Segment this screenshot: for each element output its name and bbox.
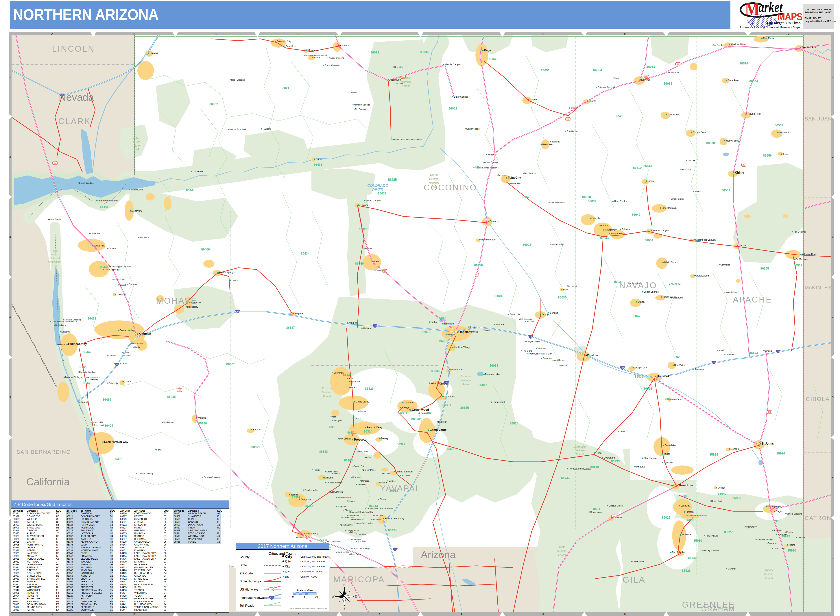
svg-text:National: National [322, 390, 332, 394]
svg-text:Castle Hot Springs: Castle Hot Springs [352, 547, 370, 550]
svg-text:Lake Havasu City: Lake Havasu City [104, 440, 128, 443]
svg-text:85927: 85927 [724, 531, 733, 534]
svg-text:Groom Creek: Groom Creek [356, 450, 369, 453]
svg-text:85926: 85926 [682, 569, 690, 572]
svg-text:White Cone: White Cone [664, 261, 677, 264]
svg-text:Oatman: Oatman [109, 355, 116, 357]
svg-text:Lapham: Lapham [350, 511, 358, 513]
svg-text:Maverick: Maverick [728, 568, 736, 570]
svg-text:Fredonia: Fredonia [339, 44, 349, 47]
svg-text:85324: 85324 [388, 529, 397, 532]
svg-text:93: 93 [178, 389, 181, 391]
svg-text:86321: 86321 [251, 446, 260, 449]
svg-text:Rock Point: Rock Point [728, 79, 739, 82]
svg-text:Adamana: Adamana [695, 368, 704, 370]
svg-text:Pinedale: Pinedale [636, 465, 645, 468]
svg-text:Hotevilla: Hotevilla [591, 217, 601, 220]
svg-text:City: City [285, 565, 290, 568]
svg-text:Teec Nos Pos: Teec Nos Pos [802, 46, 817, 49]
svg-text:Bradshaw City: Bradshaw City [360, 511, 373, 513]
svg-text:85360: 85360 [198, 422, 207, 425]
svg-text:Tusayan: Tusayan [360, 204, 369, 206]
svg-text:City: City [285, 554, 292, 559]
svg-text:85390: 85390 [319, 538, 327, 542]
svg-text:RIVER: RIVER [372, 188, 383, 192]
svg-text:86409: 86409 [201, 248, 210, 251]
svg-text:Forest: Forest [323, 395, 331, 398]
svg-text:Cities 5,000 - 24,999: Cities 5,000 - 24,999 [301, 570, 323, 573]
svg-text:86510: 86510 [633, 166, 642, 170]
svg-text:National: National [764, 572, 774, 575]
svg-text:180: 180 [383, 270, 386, 272]
svg-text:Humburg: Humburg [358, 533, 366, 535]
svg-text:GILA: GILA [623, 575, 646, 585]
svg-text:G: G [542, 32, 545, 35]
svg-text:Moccasin: Moccasin [308, 49, 318, 51]
svg-text:85332: 85332 [304, 504, 313, 507]
svg-text:86043: 86043 [600, 236, 609, 240]
svg-text:Rosebud: Rosebud [774, 529, 782, 531]
svg-text:Ganado: Ganado [739, 244, 747, 247]
svg-text:Cosnino: Cosnino [469, 326, 477, 328]
svg-text:86514: 86514 [739, 62, 748, 65]
svg-text:West Sedona: West Sedona [431, 381, 445, 384]
svg-text:Walnut Grove: Walnut Grove [330, 491, 343, 493]
svg-text:Temple Bar Marina: Temple Bar Marina [98, 199, 118, 202]
svg-text:Lomeds Landing: Lomeds Landing [138, 472, 153, 475]
svg-text:Hard Rocks: Hard Rocks [614, 200, 627, 202]
svg-text:E: E [355, 595, 357, 598]
svg-text:D: D [298, 613, 300, 616]
svg-text:Jerome: Jerome [402, 406, 410, 409]
svg-text:85936: 85936 [777, 452, 785, 455]
svg-text:Littlefield: Littlefield [150, 52, 159, 55]
svg-text:Meadview: Meadview [131, 210, 142, 212]
svg-text:86025: 86025 [643, 387, 652, 390]
svg-text:Cameron: Cameron [489, 220, 499, 223]
svg-text:86520: 86520 [615, 114, 623, 118]
svg-text:Rough Rock: Rough Rock [693, 131, 706, 133]
svg-text:Peeples Valley: Peeples Valley [304, 489, 318, 491]
svg-text:Santa Claus: Santa Claus [114, 278, 125, 280]
svg-text:D: D [298, 32, 300, 35]
svg-text:Seligman: Seligman [294, 312, 304, 315]
svg-text:86003: 86003 [523, 243, 531, 246]
svg-text:MOHAVE: MOHAVE [156, 296, 197, 305]
svg-text:White Hills: White Hills [94, 244, 105, 247]
svg-text:Walker: Walker [365, 456, 372, 458]
svg-text:Oraibi: Oraibi [601, 224, 608, 227]
svg-text:4: 4 [9, 316, 11, 318]
svg-text:Tonalea: Tonalea [552, 140, 560, 143]
svg-text:E: E [379, 32, 380, 35]
svg-text:Willow Beach: Willow Beach [48, 218, 61, 220]
svg-text:City: City [285, 576, 289, 578]
svg-text:H: H [624, 32, 626, 35]
svg-text:Yucca: Yucca [124, 380, 131, 383]
svg-text:McKINLEY: McKINLEY [805, 285, 832, 290]
svg-text:Cow Springs: Cow Springs [567, 130, 579, 132]
svg-text:Truxton: Truxton [231, 279, 239, 282]
svg-text:Paulden: Paulden [351, 380, 360, 383]
svg-text:40: 40 [714, 362, 715, 364]
svg-text:Mohave Valley: Mohave Valley [65, 376, 81, 378]
svg-text:Kingman: Kingman [138, 332, 151, 335]
svg-text:Cane Beds: Cane Beds [286, 45, 296, 47]
svg-text:86024: 86024 [510, 422, 518, 425]
svg-text:A: A [51, 613, 53, 616]
svg-text:CATRON: CATRON [805, 515, 831, 521]
svg-text:Fort Tule: Fort Tule [358, 540, 366, 543]
svg-text:5: 5 [9, 396, 11, 399]
svg-text:86436: 86436 [103, 398, 111, 401]
svg-text:Tahchee: Tahchee [687, 159, 695, 161]
svg-text:Angell: Angell [484, 329, 490, 331]
svg-text:Darling: Darling [471, 331, 478, 333]
svg-text:East Fort: East Fort [374, 515, 383, 517]
svg-text:Wikieup: Wikieup [197, 417, 206, 419]
svg-text:Drake: Drake [125, 355, 131, 357]
svg-text:Venezia: Venezia [352, 476, 360, 478]
svg-text:Mangum Springs: Mangum Springs [354, 104, 370, 106]
svg-text:Dilkon: Dilkon [638, 301, 645, 303]
svg-text:Taylor: Taylor [664, 452, 670, 455]
svg-text:86503: 86503 [721, 189, 730, 192]
svg-text:86432: 86432 [209, 103, 218, 106]
svg-text:Snowflake: Snowflake [665, 444, 676, 447]
